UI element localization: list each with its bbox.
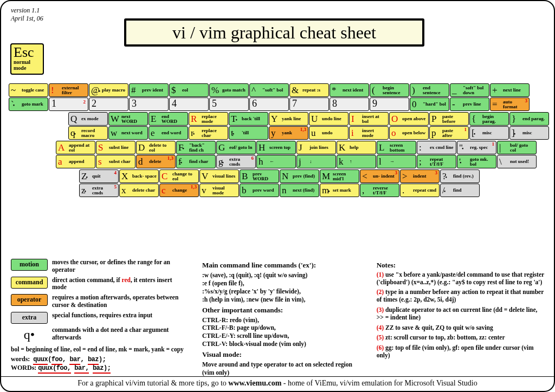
key-b: bprev word bbox=[240, 184, 279, 197]
key-#: #prev ident bbox=[129, 83, 169, 97]
key-/: /find bbox=[440, 184, 480, 197]
key-W: Wnext WORD bbox=[108, 112, 148, 126]
key-n: nnext (find) bbox=[280, 184, 319, 197]
key-J: Jjoin lines bbox=[296, 141, 336, 154]
key-Y: Yyank line bbox=[269, 112, 308, 126]
key-K: Khelp bbox=[337, 141, 376, 154]
key-': 'goto mk. bol bbox=[457, 155, 496, 168]
key-z: zextra cmds5 bbox=[79, 184, 119, 197]
key-Z: Zquit4 bbox=[79, 169, 119, 183]
key-s: ssubst char bbox=[96, 155, 135, 168]
key-g: gextra cmds6 bbox=[216, 155, 256, 168]
key-l: l→ bbox=[377, 155, 416, 168]
key-_: _"soft" bol down bbox=[450, 83, 489, 97]
number-key: 4 bbox=[169, 97, 209, 111]
key-H: Hscreen top bbox=[256, 141, 296, 154]
key-M: Mscreen mid'l bbox=[320, 169, 359, 183]
key-T: Tback 'till bbox=[229, 112, 268, 126]
key-@: @play macro bbox=[89, 83, 128, 97]
number-key: 7 bbox=[289, 97, 329, 111]
esc-key: Esc normal mode bbox=[10, 43, 44, 75]
key-": "reg. spec1 bbox=[457, 141, 496, 154]
key-$: $eol bbox=[169, 83, 209, 97]
key-`: `goto mark bbox=[9, 97, 48, 111]
key-O: Oopen above bbox=[389, 112, 429, 126]
key->: >indent3 bbox=[400, 169, 440, 183]
key-D: Ddelete to eol bbox=[136, 141, 176, 154]
key-R: Rreplace mode bbox=[189, 112, 228, 126]
key-<: <un- indent3 bbox=[360, 169, 399, 183]
notes-column: Notes: (1) use "x before a yank/paste/de… bbox=[377, 259, 545, 377]
key--: -prev line bbox=[450, 97, 489, 111]
key-;: ;repeat t/T/f/F bbox=[417, 155, 456, 168]
page-title: vi / vim graphical cheat sheet bbox=[124, 18, 424, 47]
key-a: aappend bbox=[56, 155, 95, 168]
key-L: Lscreen bottom bbox=[377, 141, 416, 154]
key-k: k↑ bbox=[337, 155, 376, 168]
key-V: Vvisual lines bbox=[199, 169, 239, 183]
key-P: Ppaste before bbox=[429, 112, 469, 126]
key-j: j↓ bbox=[296, 155, 336, 168]
key-f: ffind char bbox=[176, 155, 216, 168]
key-0: 0"hard" bol bbox=[410, 97, 449, 111]
key-]: ]misc bbox=[509, 126, 549, 140]
legend-column: motionmoves the cursor, or defines the r… bbox=[11, 259, 188, 377]
key-B: Bprev WORD bbox=[240, 169, 279, 183]
key-(: (begin sentence bbox=[370, 83, 409, 97]
key-G: Geof/ goto ln bbox=[216, 141, 256, 154]
key-|: |bol/ goto col bbox=[497, 141, 537, 154]
key-t: t'till bbox=[229, 126, 268, 140]
key-x: xdelete char bbox=[119, 184, 159, 197]
key-!: !external filter bbox=[49, 83, 88, 97]
key-U: Uundo line bbox=[309, 112, 349, 126]
key-N: Nprev (find) bbox=[280, 169, 319, 183]
key-q: qrecord macro bbox=[68, 126, 108, 140]
key-}: }end parag. bbox=[509, 112, 549, 126]
number-key: 2 bbox=[89, 97, 128, 111]
commands-column: Main command line commands ('ex'): :w (s… bbox=[202, 259, 363, 377]
key-o: oopen below bbox=[389, 126, 429, 140]
key-y: yyank1,3 bbox=[269, 126, 308, 140]
key-v: vvisual mode bbox=[199, 184, 239, 197]
key-~: ~toggle case bbox=[9, 83, 48, 97]
keyboard-grid: ~toggle case`goto mark!external filter12… bbox=[9, 83, 549, 198]
key-I: Iinsert at bol bbox=[349, 112, 389, 126]
key-[: [misc bbox=[469, 126, 509, 140]
number-key: 9 bbox=[370, 97, 409, 111]
key-=: =auto format3 bbox=[490, 97, 530, 111]
key-m: mset mark bbox=[320, 184, 359, 197]
key-.: .repeat cmd bbox=[400, 184, 440, 197]
key-*: *next ident bbox=[330, 83, 369, 97]
number-key: 6 bbox=[249, 97, 289, 111]
key-r: rreplace char bbox=[189, 126, 228, 140]
key-S: Ssubst line bbox=[96, 141, 135, 154]
key-%: %goto match bbox=[209, 83, 249, 97]
key-F: F"back" find ch bbox=[176, 141, 216, 154]
key-{: {begin parag. bbox=[469, 112, 509, 126]
footer: For a graphical vi/vim tutorial & more t… bbox=[1, 376, 554, 388]
key-d: ddelete1,3 bbox=[136, 155, 176, 168]
number-key: 12 bbox=[49, 97, 88, 111]
key-&: &repeat :s bbox=[289, 83, 329, 97]
key-\: \not used! bbox=[497, 155, 537, 168]
key-h: h← bbox=[256, 155, 296, 168]
key-c: cchange1,3 bbox=[159, 184, 199, 197]
key-i: iinsert mode bbox=[349, 126, 389, 140]
number-key: 5 bbox=[209, 97, 249, 111]
key-C: Cchange to eol bbox=[159, 169, 199, 183]
number-key: 8 bbox=[330, 97, 369, 111]
key-?: ?find (rev.) bbox=[440, 169, 480, 183]
key-Q: Qex mode bbox=[68, 112, 108, 126]
number-key: 3 bbox=[129, 97, 169, 111]
key-+: +next line bbox=[490, 83, 530, 97]
key-:: :ex cmd line bbox=[417, 141, 456, 154]
key-,: ,reverse t/T/f/F bbox=[360, 184, 399, 197]
key-X: Xback- space bbox=[119, 169, 159, 183]
key-w: wnext word bbox=[108, 126, 148, 140]
key-A: Aappend at eol bbox=[56, 141, 95, 154]
key-u: uundo bbox=[309, 126, 349, 140]
key-E: Eend WORD bbox=[149, 112, 188, 126]
key-p: ppaste after1 bbox=[429, 126, 469, 140]
key-): )end sentence bbox=[410, 83, 449, 97]
key-e: eend word bbox=[149, 126, 188, 140]
